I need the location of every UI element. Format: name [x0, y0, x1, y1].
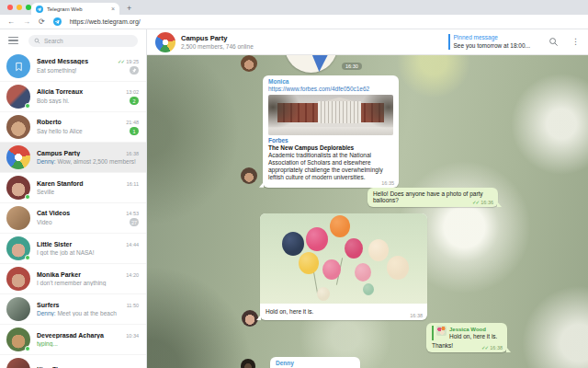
avatar: [6, 297, 30, 321]
close-window-button[interactable]: [7, 5, 13, 10]
online-dot: [25, 194, 30, 200]
denny-avatar[interactable]: [241, 359, 255, 368]
reload-icon[interactable]: ⟳: [39, 18, 45, 26]
message-time: 16:38: [490, 345, 503, 351]
group-avatar[interactable]: [155, 32, 175, 52]
chat-time: 13:02: [126, 89, 139, 95]
search-input[interactable]: [44, 38, 132, 44]
chat-time: 19:25: [126, 59, 139, 64]
chat-preview: I got the job at NASA!: [37, 249, 139, 256]
photo-caption: Hold on, here it is.: [266, 308, 313, 315]
chat-item-campus-party[interactable]: Campus Party16:38 Denny: Wow, almost 2,5…: [0, 143, 146, 173]
sidebar-topbar: [0, 29, 146, 52]
address-field[interactable]: https://web.telegram.org/: [70, 18, 141, 25]
search-box[interactable]: [28, 35, 138, 47]
url-bar: ← → ⟳ https://web.telegram.org/: [0, 15, 588, 29]
bookmark-icon: [14, 62, 24, 72]
chat-list: Saved Messages ✓✓19:25 Eat something! Al…: [0, 52, 146, 368]
avatar: [6, 236, 30, 260]
jessica-avatar[interactable]: [242, 310, 258, 327]
message-time: 16:38: [410, 313, 423, 318]
chat-item-karen[interactable]: Karen Stanford16:11 Seville: [0, 173, 146, 203]
forward-icon[interactable]: →: [23, 18, 30, 26]
reply-quote[interactable]: Jessica Wood Hold on, here it is.: [432, 326, 502, 340]
chat-item-monika[interactable]: Monika Parker14:20 I don't remember anyt…: [0, 264, 146, 294]
outgoing-reply-message: Jessica Wood Hold on, here it is. Thanks…: [426, 323, 507, 352]
chat-preview: Video: [37, 219, 126, 225]
saved-messages-avatar: [6, 54, 30, 78]
message-time: 16:36: [481, 200, 493, 205]
incoming-message-clipped: Denny: [270, 357, 360, 368]
avatar: [6, 267, 30, 291]
outgoing-message: Hello! Does anyone have a photo of party…: [368, 188, 498, 207]
link-site-name[interactable]: Forbes: [268, 137, 393, 144]
chat-item-alicia[interactable]: Alicia Torreaux13:02 Bob says hi.2: [0, 82, 146, 112]
new-tab-button[interactable]: +: [127, 5, 131, 15]
read-ticks-icon: ✓✓: [472, 200, 479, 205]
message-link[interactable]: https://www.forbes.com/4dfe050c1e62: [268, 86, 393, 92]
close-tab-icon[interactable]: ×: [111, 6, 115, 12]
quote-sender: Jessica Wood: [449, 327, 486, 332]
pinned-text: See you tomorrow at 18:00...: [454, 42, 530, 50]
chat-item-xian[interactable]: Xian Zhou10:44: [0, 355, 146, 368]
chat-name: Alicia Torreaux: [37, 88, 122, 95]
chat-preview: Meet you at the beach: [57, 310, 116, 316]
message-area: 16:30 Monica https://www.forbes.com/4dfe…: [147, 55, 588, 368]
pin-icon: [130, 66, 138, 74]
chat-time: 16:11: [127, 181, 139, 187]
chat-subtitle: 2,500 members, 746 online: [181, 43, 254, 51]
quote-text: Hold on, here it is.: [449, 333, 497, 339]
link-title[interactable]: The New Campus Deplorables: [268, 144, 393, 151]
chat-item-cat-videos[interactable]: Cat Videos14:53 Video27: [0, 203, 146, 234]
chat-item-roberto[interactable]: Roberto21:48 Say hello to Alice1: [0, 112, 146, 143]
chat-item-surfers[interactable]: Surfers11:50 Denny: Meet you at the beac…: [0, 294, 146, 325]
menu-icon[interactable]: [8, 37, 18, 45]
browser-window: Telegram Web × + ← → ⟳ https://web.teleg…: [0, 0, 588, 368]
window-controls: [7, 5, 31, 10]
minimize-window-button[interactable]: [17, 5, 22, 10]
chat-item-deveeprasad[interactable]: Deveeprasad Acharya10:34 typing...: [0, 325, 146, 355]
sticker[interactable]: [285, 55, 337, 73]
avatar: [6, 358, 30, 368]
read-ticks-icon: ✓✓: [481, 345, 488, 351]
chat-search-icon[interactable]: [548, 37, 559, 47]
online-dot: [25, 103, 30, 109]
pinned-chat-badge: [130, 66, 139, 75]
avatar: [6, 328, 30, 351]
pinned-message[interactable]: Pinned message See you tomorrow at 18:00…: [448, 34, 530, 49]
avatar: [6, 115, 30, 139]
chat-name: Campus Party: [37, 150, 122, 156]
typing-indicator: typing...: [37, 340, 139, 347]
chat-item-little-sister[interactable]: Little Sister14:44 I got the job at NASA…: [0, 234, 146, 264]
monica-avatar[interactable]: [241, 167, 257, 184]
message-link-preview: Monica https://www.forbes.com/4dfe050c1e…: [263, 75, 399, 188]
link-description: Academic traditionalists at the National…: [268, 152, 393, 184]
chat-item-saved-messages[interactable]: Saved Messages ✓✓19:25 Eat something!: [0, 52, 146, 82]
chat-name: Deveeprasad Acharya: [37, 332, 122, 339]
chat-time: 14:20: [126, 272, 139, 278]
chat-name: Saved Messages: [37, 58, 114, 64]
more-menu-icon[interactable]: ⋮: [571, 38, 580, 46]
message-time: 16:35: [381, 180, 394, 186]
back-icon[interactable]: ←: [7, 18, 15, 26]
search-icon: [34, 38, 40, 44]
chat-name: Cat Videos: [37, 210, 122, 216]
avatar: [6, 85, 30, 109]
chat-name: Little Sister: [37, 241, 122, 247]
maximize-window-button[interactable]: [26, 5, 31, 10]
browser-tab[interactable]: Telegram Web ×: [31, 3, 119, 15]
balloons-photo[interactable]: [260, 213, 427, 304]
quote-thumbnail: [436, 326, 447, 336]
muted-unread-badge: 27: [130, 218, 139, 226]
tab-strip: Telegram Web × +: [0, 0, 588, 15]
chat-preview: Wow, almost 2,500 members!: [57, 158, 136, 165]
chat-title: Campus Party: [181, 34, 254, 42]
chat-name: Monika Parker: [37, 271, 122, 278]
chat-time: 21:48: [126, 120, 139, 125]
chat-preview: Seville: [37, 189, 139, 195]
preview-sender: Denny:: [37, 310, 56, 316]
link-preview-image[interactable]: [268, 95, 393, 135]
chat-sidebar: Saved Messages ✓✓19:25 Eat something! Al…: [0, 29, 147, 368]
online-dot: [25, 346, 30, 351]
sticker-sender-avatar[interactable]: [241, 55, 257, 72]
